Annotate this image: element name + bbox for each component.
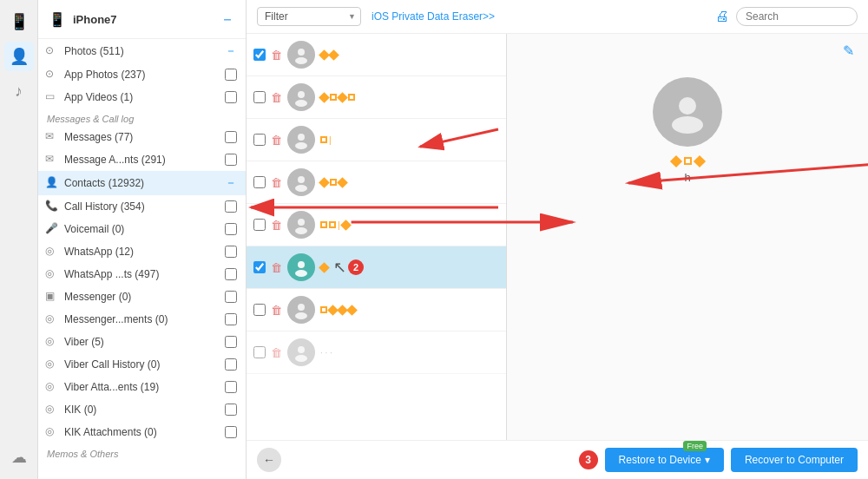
app-videos-checkbox[interactable] — [225, 91, 237, 103]
device-strip-icon[interactable]: 📱 — [4, 7, 34, 36]
contacts-icon: 👤 — [45, 176, 59, 190]
msg-attach-icon: ✉ — [45, 153, 59, 167]
row8-checkbox[interactable] — [253, 346, 266, 358]
call-history-checkbox[interactable] — [225, 200, 237, 213]
svg-line-19 — [628, 162, 868, 183]
filter-select[interactable]: Filter — [257, 7, 361, 26]
messenger-comments-checkbox[interactable] — [225, 313, 237, 325]
edit-icon[interactable]: ✎ — [843, 43, 854, 59]
messenger-checkbox[interactable] — [225, 291, 237, 303]
cloud-strip-icon[interactable]: ☁ — [4, 443, 34, 472]
sidebar-item-app-photos[interactable]: ⊙ App Photos (237) — [38, 63, 246, 86]
kik-attach-checkbox[interactable] — [225, 426, 237, 438]
list-item[interactable]: 🗑 — [247, 34, 506, 76]
row5-checkbox[interactable] — [253, 219, 266, 231]
step2-badge: 2 — [348, 259, 364, 275]
search-input[interactable] — [736, 7, 858, 26]
row6-icons: ↖ 2 — [320, 258, 499, 277]
list-item[interactable]: 🗑 | — [247, 119, 506, 161]
back-button[interactable]: ← — [257, 448, 281, 472]
row7-trash-icon[interactable]: 🗑 — [271, 304, 282, 317]
row4-checkbox[interactable] — [253, 176, 266, 188]
left-icon-strip: 📱 👤 ♪ ☁ — [0, 0, 38, 479]
viber-attach-checkbox[interactable] — [225, 381, 237, 393]
sidebar-item-viber-attachments[interactable]: ◎ Viber Atta...ents (19) — [38, 376, 246, 398]
list-item[interactable]: 🗑 — [247, 289, 506, 331]
row8-trash-icon[interactable]: 🗑 — [271, 346, 282, 359]
row3-icons: | — [320, 135, 499, 145]
messenger-comments-icon: ◎ — [45, 312, 59, 326]
bottom-bar: ← 3 Free Restore to Device ▾ Recover to … — [247, 440, 868, 479]
msg-attach-checkbox[interactable] — [225, 154, 237, 166]
viber-call-icon: ◎ — [45, 358, 59, 371]
restore-button[interactable]: Free Restore to Device ▾ — [605, 448, 724, 472]
recover-button[interactable]: Recover to Computer — [731, 448, 858, 472]
app-videos-icon: ▭ — [45, 90, 59, 104]
sidebar-item-messages[interactable]: ✉ Messages (77) — [38, 126, 246, 148]
contacts-strip-icon[interactable]: 👤 — [4, 42, 34, 71]
sidebar-item-messenger[interactable]: ▣ Messenger (0) — [38, 285, 246, 308]
sidebar-item-app-videos[interactable]: ▭ App Videos (1) — [38, 86, 246, 108]
row7-icons — [320, 306, 499, 314]
list-item[interactable]: 🗑 | — [247, 204, 506, 246]
row6-checkbox[interactable] — [253, 261, 266, 273]
sidebar-item-messenger-comments[interactable]: ◎ Messenger...ments (0) — [38, 308, 246, 331]
row8-avatar — [287, 338, 315, 366]
sidebar-item-kik-attachments[interactable]: ◎ KIK Attachments (0) — [38, 421, 246, 443]
sidebar-item-label: App Photos (237) — [64, 69, 221, 81]
sidebar-item-viber-call-history[interactable]: ◎ Viber Call History (0) — [38, 353, 246, 376]
whatsapp-attach-checkbox[interactable] — [225, 268, 237, 280]
svg-point-6 — [298, 176, 305, 183]
row6-trash-icon[interactable]: 🗑 — [271, 261, 282, 274]
list-item[interactable]: 🗑 — [247, 76, 506, 119]
sidebar-item-voicemail[interactable]: 🎤 Voicemail (0) — [38, 218, 246, 240]
svg-point-5 — [295, 142, 307, 149]
main-content: Filter iOS Private Data Eraser>> 🖨 🗑 — [247, 0, 868, 479]
svg-point-0 — [298, 49, 305, 56]
voicemail-checkbox[interactable] — [225, 223, 237, 235]
music-strip-icon[interactable]: ♪ — [4, 76, 34, 106]
sidebar-item-kik[interactable]: ◎ KIK (0) — [38, 398, 246, 421]
viber-call-checkbox[interactable] — [225, 358, 237, 371]
sidebar-item-viber[interactable]: ◎ Viber (5) — [38, 331, 246, 353]
device-minus-btn[interactable]: － — [220, 9, 235, 30]
list-item-selected[interactable]: 🗑 ↖ 2 — [247, 246, 506, 289]
contacts-minus[interactable]: － — [225, 175, 237, 191]
photos-minus[interactable]: － — [225, 43, 237, 59]
free-badge: Free — [683, 441, 707, 451]
row2-trash-icon[interactable]: 🗑 — [271, 91, 282, 104]
sidebar-item-message-attachments[interactable]: ✉ Message A...nts (291) — [38, 148, 246, 171]
row4-trash-icon[interactable]: 🗑 — [271, 176, 282, 189]
row1-trash-icon[interactable]: 🗑 — [271, 49, 282, 62]
detail-name: h — [684, 171, 690, 184]
sidebar-item-label: App Videos (1) — [64, 91, 221, 103]
row7-avatar — [287, 296, 315, 324]
sidebar-item-whatsapp[interactable]: ◎ WhatsApp (12) — [38, 240, 246, 263]
sidebar-item-photos[interactable]: ⊙ Photos (511) － — [38, 39, 246, 63]
whatsapp-checkbox[interactable] — [225, 246, 237, 258]
sidebar-item-call-history[interactable]: 📞 Call History (354) — [38, 195, 246, 218]
row2-checkbox[interactable] — [253, 91, 266, 103]
kik-checkbox[interactable] — [225, 404, 237, 416]
row3-checkbox[interactable] — [253, 134, 266, 146]
viber-attach-icon: ◎ — [45, 380, 59, 394]
svg-point-11 — [295, 270, 307, 277]
toolbar: Filter iOS Private Data Eraser>> 🖨 — [247, 0, 868, 34]
contacts-list-panel: 🗑 🗑 — [247, 34, 507, 440]
row3-trash-icon[interactable]: 🗑 — [271, 134, 282, 147]
viber-checkbox[interactable] — [225, 336, 237, 348]
row5-trash-icon[interactable]: 🗑 — [271, 219, 282, 232]
row7-checkbox[interactable] — [253, 304, 266, 316]
ios-link[interactable]: iOS Private Data Eraser>> — [372, 10, 495, 23]
detail-icons — [672, 157, 704, 166]
app-photos-checkbox[interactable] — [225, 69, 237, 81]
row1-checkbox[interactable] — [253, 49, 266, 61]
print-icon[interactable]: 🖨 — [715, 9, 729, 24]
messages-checkbox[interactable] — [225, 131, 237, 143]
sidebar-item-contacts[interactable]: 👤 Contacts (12932) － — [38, 171, 246, 195]
list-item[interactable]: 🗑 · · · — [247, 331, 506, 374]
sidebar-item-whatsapp-attachments[interactable]: ◎ WhatsApp ...ts (497) — [38, 263, 246, 285]
list-item[interactable]: 🗑 — [247, 161, 506, 204]
svg-point-10 — [298, 261, 305, 268]
detail-avatar — [653, 77, 722, 147]
